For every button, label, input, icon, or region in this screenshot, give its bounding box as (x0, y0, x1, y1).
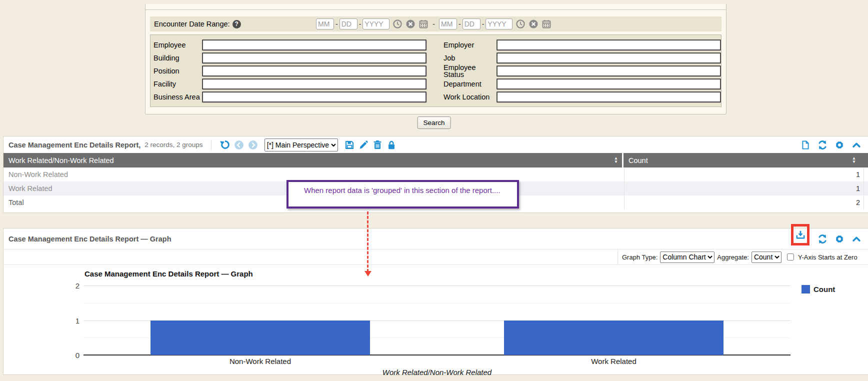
job-input[interactable] (496, 52, 721, 64)
field-label-position: Position (154, 68, 202, 74)
gridline (84, 286, 790, 286)
field-row-job: Job (444, 52, 721, 64)
legend-divider-line (146, 10, 726, 10)
field-row-employee-status: Employee Status (444, 65, 721, 76)
field-label-department: Department (444, 80, 496, 88)
table-header-row: Work Related/Non-Work Related ▲▼ Count ▲… (4, 153, 868, 168)
legend-swatch (802, 285, 810, 294)
chart-title: Case Management Enc Details Report — Gra… (84, 270, 253, 278)
y-axis-zero-checkbox[interactable] (787, 254, 794, 260)
group-label-cell: Non-Work Related (4, 168, 624, 182)
end-day-input[interactable] (462, 18, 480, 30)
clock-icon[interactable] (516, 19, 526, 29)
settings-icon[interactable] (834, 234, 845, 244)
start-month-input[interactable] (316, 18, 334, 30)
date-range-end: - - (439, 18, 552, 30)
search-fields-box: EmployeeBuildingPositionFacilityBusiness… (150, 34, 722, 107)
edit-icon[interactable] (358, 140, 369, 150)
start-day-input[interactable] (340, 18, 358, 30)
report-record-count: 2 records, 2 groups (144, 141, 202, 148)
table-row-non-work-related: Non-Work Related1 (4, 168, 868, 182)
chart-area: Case Management Enc Details Report — Gra… (4, 265, 868, 375)
employee-status-input[interactable] (496, 66, 721, 76)
settings-icon[interactable] (834, 140, 845, 150)
delete-icon[interactable] (372, 140, 383, 150)
y-axis-tick: 1 (66, 316, 80, 324)
chart-plot-area: 012Non-Work RelatedWork Related (84, 286, 790, 355)
bar-non-work-related (150, 320, 370, 356)
refresh-icon[interactable] (817, 234, 828, 244)
table-right-divider (864, 168, 864, 210)
previous-icon[interactable] (234, 140, 244, 150)
employer-input[interactable] (496, 40, 721, 50)
graph-panel-actions (791, 228, 863, 250)
clock-icon[interactable] (392, 19, 402, 29)
building-input[interactable] (202, 52, 426, 64)
field-label-job: Job (444, 54, 496, 62)
download-icon[interactable] (795, 230, 806, 240)
work-location-input[interactable] (496, 92, 721, 102)
aggregate-label: Aggregate: (717, 254, 749, 261)
graph-panel-header: Case Management Enc Details Report — Gra… (4, 228, 868, 250)
calendar-icon[interactable] (418, 19, 428, 29)
field-label-employee-status: Employee Status (444, 64, 496, 78)
minor-gridline (84, 303, 790, 304)
clear-icon[interactable] (406, 19, 416, 29)
aggregate-select[interactable]: Count (752, 252, 782, 263)
position-input[interactable] (202, 66, 426, 76)
department-input[interactable] (496, 78, 721, 90)
collapse-icon[interactable] (851, 140, 862, 150)
new-document-icon[interactable] (800, 140, 811, 150)
field-label-building: Building (154, 54, 202, 62)
sort-icon[interactable]: ▲▼ (852, 157, 856, 164)
category-label-work-related: Work Related (437, 357, 790, 366)
count-cell: 2 (624, 198, 868, 206)
end-month-input[interactable] (439, 18, 457, 30)
collapse-icon[interactable] (851, 234, 862, 244)
annotation-callout-box: When report data is 'grouped' in this se… (286, 180, 519, 208)
fieldset-legend-row: Case Management Enc Details Report (146, 4, 726, 15)
perspective-select[interactable]: [*] Main Perspective (264, 138, 338, 152)
date-range-label: Encounter Date Range: (154, 20, 230, 28)
search-button[interactable]: Search (418, 116, 451, 129)
field-row-employee: Employee (154, 39, 426, 50)
date-inputs-group: - - - - - (316, 18, 552, 30)
save-icon[interactable] (344, 140, 355, 150)
report-panel-actions (800, 140, 863, 150)
lock-icon[interactable] (386, 140, 397, 150)
fields-column-left: EmployeeBuildingPositionFacilityBusiness… (154, 39, 426, 102)
field-label-employer: Employer (444, 42, 496, 48)
refresh-icon[interactable] (817, 140, 828, 150)
annotation-arrow-head (364, 271, 372, 276)
bar-work-related (504, 320, 723, 356)
employee-input[interactable] (202, 40, 426, 50)
column-header-work-related[interactable]: Work Related/Non-Work Related ▲▼ (4, 153, 624, 168)
chart-legend: Count (800, 285, 839, 294)
field-row-building: Building (154, 52, 426, 64)
graph-panel: Case Management Enc Details Report — Gra… (3, 228, 868, 375)
undo-icon[interactable] (220, 140, 230, 150)
field-label-facility: Facility (154, 80, 202, 88)
calendar-icon[interactable] (542, 19, 552, 29)
business-area-input[interactable] (202, 92, 426, 102)
next-icon[interactable] (248, 140, 258, 150)
start-year-input[interactable] (362, 18, 390, 30)
x-axis-title: Work Related/Non-Work Related (84, 368, 790, 376)
y-axis-tick: 2 (66, 282, 80, 290)
sort-icon[interactable]: ▲▼ (614, 157, 618, 164)
field-row-business-area: Business Area (154, 91, 426, 102)
field-row-department: Department (444, 78, 721, 90)
count-cell: 1 (624, 184, 868, 192)
end-year-input[interactable] (486, 18, 512, 30)
facility-input[interactable] (202, 78, 426, 90)
toolbar-divider (211, 140, 212, 150)
graph-panel-title: Case Management Enc Details Report — Gra… (8, 235, 172, 243)
count-cell: 1 (624, 170, 868, 178)
graph-type-select[interactable]: Column Chart (660, 252, 714, 263)
field-row-position: Position (154, 65, 426, 76)
report-title: Case Management Enc Details Report, (8, 141, 140, 149)
help-icon[interactable]: ? (232, 20, 241, 28)
clear-icon[interactable] (528, 19, 538, 29)
column-header-count[interactable]: Count ▲▼ (624, 153, 868, 168)
search-form-fieldset: Case Management Enc Details Report Encou… (145, 4, 726, 114)
